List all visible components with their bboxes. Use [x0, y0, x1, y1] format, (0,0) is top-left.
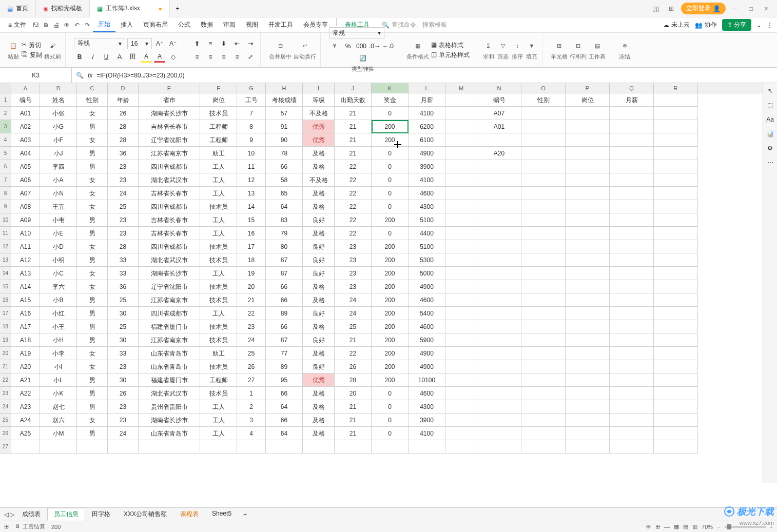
cell[interactable]: 0	[372, 173, 409, 187]
cell[interactable]: 5100	[409, 213, 445, 227]
cell[interactable]: 87	[266, 253, 303, 267]
cell[interactable]: 工人	[200, 160, 237, 173]
border-button[interactable]: 田	[127, 51, 139, 63]
cell[interactable]	[654, 307, 698, 320]
cell[interactable]: 23	[335, 267, 372, 280]
cell[interactable]: 200	[372, 253, 409, 267]
cell[interactable]: 技术员	[200, 333, 237, 347]
cell[interactable]: 21	[335, 147, 372, 160]
cell[interactable]: 21	[335, 413, 372, 427]
side-style-icon[interactable]: Aa	[766, 116, 774, 123]
cell[interactable]	[566, 267, 610, 280]
cell[interactable]: 工程师	[200, 373, 237, 387]
merge-center-button[interactable]: ⊟ 合并居中	[269, 40, 292, 61]
cell[interactable]: A07	[477, 107, 521, 120]
cell[interactable]: 21	[335, 133, 372, 147]
cell[interactable]: 女	[77, 267, 108, 280]
tab-file-active[interactable]: ▦ 工作簿3.xlsx ●	[90, 0, 170, 17]
tab-add[interactable]: +	[170, 0, 185, 17]
cell[interactable]	[445, 427, 477, 440]
cell[interactable]: 66	[266, 387, 303, 400]
cell[interactable]	[566, 280, 610, 293]
cell[interactable]: 良好	[303, 213, 335, 227]
cell[interactable]	[654, 440, 698, 454]
sheet-tab-XXX公司销售额[interactable]: XXX公司销售额	[117, 508, 173, 521]
cell[interactable]	[566, 400, 610, 413]
cell[interactable]: 26	[335, 360, 372, 373]
cell[interactable]: 0	[372, 187, 409, 200]
align-center-icon[interactable]: ≡	[205, 51, 216, 63]
cell[interactable]	[477, 200, 521, 213]
sheet-tab-田字格[interactable]: 田字格	[85, 508, 117, 521]
cell[interactable]: 79	[266, 227, 303, 240]
cell[interactable]: 28	[108, 240, 139, 253]
layout2-icon[interactable]: ⊞	[666, 3, 677, 14]
cell[interactable]	[303, 440, 335, 454]
col-header-K[interactable]: K	[372, 83, 409, 93]
cell[interactable]: 不及格	[303, 107, 335, 120]
cell[interactable]: 25	[108, 320, 139, 333]
col-header-A[interactable]: A	[11, 83, 40, 93]
side-select-icon[interactable]: ⬚	[767, 102, 773, 109]
menu-file[interactable]: ≡ 文件	[4, 21, 30, 29]
cell[interactable]: 良好	[303, 333, 335, 347]
cell[interactable]: 0	[372, 107, 409, 120]
cell[interactable]	[566, 387, 610, 400]
cell[interactable]: 28	[108, 133, 139, 147]
col-header-R[interactable]: R	[654, 83, 698, 93]
cell[interactable]: 4100	[409, 173, 445, 187]
cell[interactable]: 及格	[303, 187, 335, 200]
cell[interactable]	[610, 133, 654, 147]
cell[interactable]: A16	[11, 307, 40, 320]
cell[interactable]: 78	[266, 147, 303, 160]
sheet-prev-icon[interactable]: ◁	[4, 511, 9, 518]
cell[interactable]	[610, 267, 654, 280]
cell[interactable]: 0	[372, 147, 409, 160]
cell[interactable]	[654, 320, 698, 333]
align-left-icon[interactable]: ≡	[191, 51, 203, 63]
cell[interactable]: A11	[11, 240, 40, 253]
cell[interactable]: 工程师	[200, 133, 237, 147]
select-all-corner[interactable]	[0, 83, 11, 93]
cell[interactable]: 200	[372, 120, 409, 133]
cell[interactable]: 及格	[303, 320, 335, 333]
cell[interactable]: 23	[335, 253, 372, 267]
cell[interactable]: 年龄	[108, 93, 139, 107]
cell[interactable]	[445, 347, 477, 360]
cell[interactable]	[610, 347, 654, 360]
cell[interactable]: 女	[77, 133, 108, 147]
row-header-11[interactable]: 11	[0, 227, 11, 240]
cell[interactable]	[610, 227, 654, 240]
cell[interactable]: 21	[335, 107, 372, 120]
sheet-tab-员工信息[interactable]: 员工信息	[47, 508, 85, 521]
cell[interactable]: A24	[11, 413, 40, 427]
cell[interactable]: 良好	[303, 267, 335, 280]
cell[interactable]: 19	[237, 267, 266, 280]
minimize-button[interactable]: —	[730, 3, 741, 14]
col-header-J[interactable]: J	[335, 83, 372, 93]
cell[interactable]	[445, 187, 477, 200]
redo-icon[interactable]: ↷	[83, 21, 92, 30]
cell[interactable]: 3	[237, 413, 266, 427]
cell[interactable]	[521, 307, 566, 320]
cell[interactable]	[521, 200, 566, 213]
cell[interactable]: 23	[108, 360, 139, 373]
cell[interactable]	[477, 213, 521, 227]
cell[interactable]: 月薪	[610, 93, 654, 107]
comma-icon[interactable]: 000	[356, 41, 367, 52]
menu-审阅[interactable]: 审阅	[218, 18, 241, 32]
cell[interactable]	[521, 440, 566, 454]
cell[interactable]: 7	[237, 107, 266, 120]
collab-button[interactable]: 👥 协作	[695, 21, 717, 29]
cell[interactable]	[654, 227, 698, 240]
cell[interactable]: 33	[108, 347, 139, 360]
cell[interactable]	[477, 160, 521, 173]
cell[interactable]: 王五	[40, 200, 77, 213]
cell[interactable]	[610, 413, 654, 427]
cell[interactable]: 吉林省长春市	[139, 120, 200, 133]
cell[interactable]: 四川省成都市	[139, 160, 200, 173]
cell[interactable]: 28	[108, 120, 139, 133]
cell[interactable]: 25	[237, 347, 266, 360]
cell[interactable]: A17	[11, 320, 40, 333]
cell[interactable]: 23	[108, 227, 139, 240]
